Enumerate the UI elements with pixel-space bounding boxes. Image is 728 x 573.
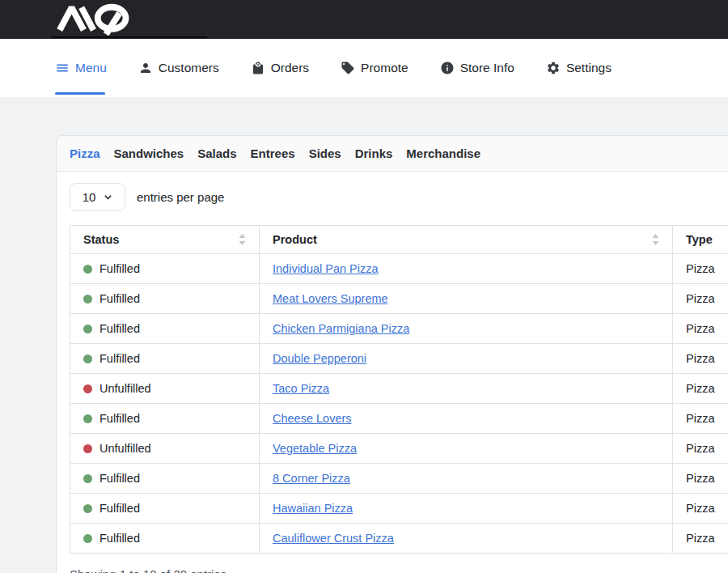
- table-row: Unfulfilled Taco Pizza Pizza: [70, 374, 728, 404]
- nav-item-store-info[interactable]: Store Info: [440, 61, 514, 75]
- product-cell: Individual Pan Pizza: [260, 254, 673, 284]
- info-icon: [440, 61, 455, 75]
- product-link[interactable]: Individual Pan Pizza: [273, 262, 379, 275]
- product-cell: Double Pepperoni: [260, 344, 673, 374]
- status-dot-icon: [83, 474, 92, 483]
- type-cell: Pizza: [673, 254, 728, 284]
- type-cell: Pizza: [673, 434, 728, 464]
- column-header-product[interactable]: Product: [260, 226, 673, 254]
- status-label: Fulfilled: [99, 352, 140, 365]
- table-row: Unfulfilled Vegetable Pizza Pizza: [70, 434, 728, 464]
- status-dot-icon: [83, 265, 92, 274]
- status-dot-icon: [83, 325, 92, 333]
- product-cell: Taco Pizza: [260, 374, 673, 404]
- product-link[interactable]: Hawaiian Pizza: [273, 502, 353, 515]
- nav-item-menu[interactable]: Menu: [55, 61, 107, 75]
- entries-per-page-row: 10 entries per page: [70, 183, 728, 211]
- nav-item-label: Menu: [75, 61, 107, 75]
- tab-drinks[interactable]: Drinks: [355, 146, 393, 161]
- status-label: Fulfilled: [99, 412, 140, 425]
- status-dot-icon: [83, 295, 92, 303]
- status-dot-icon: [83, 354, 92, 363]
- status-label: Fulfilled: [99, 292, 140, 305]
- product-cell: Vegetable Pizza: [260, 434, 673, 464]
- tab-merchandise[interactable]: Merchandise: [406, 146, 480, 161]
- table-row: Fulfilled Cheese Lovers Pizza: [70, 404, 728, 434]
- table-row: Fulfilled Chicken Parmigiana Pizza Pizza: [70, 314, 728, 344]
- column-header-type[interactable]: Type: [673, 226, 728, 254]
- type-cell: Pizza: [673, 494, 728, 524]
- chevron-down-icon: [104, 193, 112, 202]
- status-label: Fulfilled: [99, 472, 140, 485]
- tab-salads[interactable]: Salads: [197, 146, 236, 161]
- product-link[interactable]: Taco Pizza: [273, 382, 329, 395]
- status-label: Fulfilled: [99, 262, 140, 275]
- status-dot-icon: [83, 504, 92, 513]
- page-size-select[interactable]: 10: [70, 183, 125, 211]
- logo-underline-strip: [51, 36, 207, 38]
- type-cell: Pizza: [673, 404, 728, 434]
- product-link[interactable]: Cauliflower Crust Pizza: [273, 532, 394, 545]
- entries-per-page-label: entries per page: [137, 190, 224, 204]
- status-cell: Fulfilled: [70, 404, 260, 434]
- product-link[interactable]: Vegetable Pizza: [273, 442, 357, 455]
- tab-pizza[interactable]: Pizza: [70, 146, 100, 161]
- status-dot-icon: [83, 384, 92, 393]
- sort-icon: [239, 234, 246, 245]
- nav-item-label: Customers: [159, 61, 219, 75]
- status-label: Fulfilled: [99, 322, 140, 335]
- shopping-bag-icon: [251, 61, 265, 75]
- tab-sandwiches[interactable]: Sandwiches: [114, 146, 184, 161]
- table-row: Fulfilled Cauliflower Crust Pizza Pizza: [70, 524, 728, 554]
- status-label: Fulfilled: [99, 532, 140, 545]
- top-header: [0, 0, 728, 39]
- nav-item-label: Orders: [271, 61, 309, 75]
- status-cell: Unfulfilled: [70, 374, 260, 404]
- sort-icon: [652, 234, 659, 245]
- nav-item-label: Settings: [566, 61, 612, 75]
- table-header-row: Status Product Type: [70, 226, 728, 254]
- nav-item-orders[interactable]: Orders: [251, 61, 309, 75]
- product-cell: Cauliflower Crust Pizza: [260, 524, 673, 554]
- active-nav-underline: [55, 92, 105, 96]
- status-cell: Fulfilled: [70, 254, 260, 284]
- column-label: Status: [83, 233, 119, 246]
- product-link[interactable]: Cheese Lovers: [273, 412, 352, 425]
- product-cell: Cheese Lovers: [260, 404, 673, 434]
- type-cell: Pizza: [673, 374, 728, 404]
- type-cell: Pizza: [673, 464, 728, 494]
- nav-item-label: Store Info: [460, 61, 514, 75]
- tab-sides[interactable]: Sides: [309, 146, 341, 161]
- table-row: Fulfilled 8 Corner Pizza Pizza: [70, 464, 728, 494]
- type-cell: Pizza: [673, 284, 728, 314]
- tag-icon: [341, 61, 355, 75]
- column-header-status[interactable]: Status: [70, 226, 260, 254]
- status-cell: Fulfilled: [70, 464, 260, 494]
- status-label: Fulfilled: [99, 502, 140, 515]
- nav-item-settings[interactable]: Settings: [546, 61, 612, 75]
- nav-item-label: Promote: [361, 61, 408, 75]
- menu-card: Pizza Sandwiches Salads Entrees Sides Dr…: [56, 135, 728, 573]
- status-cell: Fulfilled: [70, 284, 260, 314]
- tab-entrees[interactable]: Entrees: [251, 146, 295, 161]
- product-link[interactable]: Double Pepperoni: [273, 352, 366, 365]
- category-tabs: Pizza Sandwiches Salads Entrees Sides Dr…: [57, 136, 728, 172]
- status-dot-icon: [83, 414, 92, 423]
- nav-item-customers[interactable]: Customers: [138, 61, 219, 75]
- nav-item-promote[interactable]: Promote: [341, 61, 408, 75]
- type-cell: Pizza: [673, 314, 728, 344]
- status-cell: Fulfilled: [70, 314, 260, 344]
- status-label: Unfulfilled: [99, 442, 151, 455]
- table-row: Fulfilled Meat Lovers Supreme Pizza: [70, 284, 728, 314]
- column-label: Product: [273, 233, 317, 246]
- brand-logo-icon[interactable]: [52, 3, 141, 36]
- product-link[interactable]: 8 Corner Pizza: [273, 472, 350, 485]
- product-cell: Hawaiian Pizza: [260, 494, 673, 524]
- hamburger-icon: [55, 61, 70, 75]
- status-cell: Fulfilled: [70, 494, 260, 524]
- menu-card-body: 10 entries per page Status: [57, 172, 728, 573]
- product-link[interactable]: Meat Lovers Supreme: [273, 292, 388, 305]
- table-row: Fulfilled Hawaiian Pizza Pizza: [70, 494, 728, 524]
- product-link[interactable]: Chicken Parmigiana Pizza: [273, 322, 409, 335]
- table-row: Fulfilled Double Pepperoni Pizza: [70, 344, 728, 374]
